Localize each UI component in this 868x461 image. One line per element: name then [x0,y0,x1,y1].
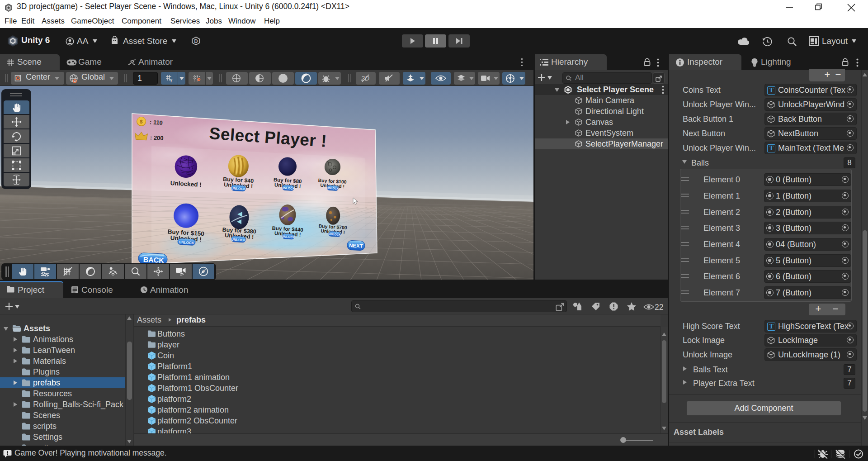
svg-text:: 110: : 110 [150,119,163,126]
svg-text:D: D [194,38,198,44]
svg-text:: 200: : 200 [150,134,164,142]
svg-text:NEXT: NEXT [349,242,363,249]
svg-text:Y: Y [170,78,173,83]
